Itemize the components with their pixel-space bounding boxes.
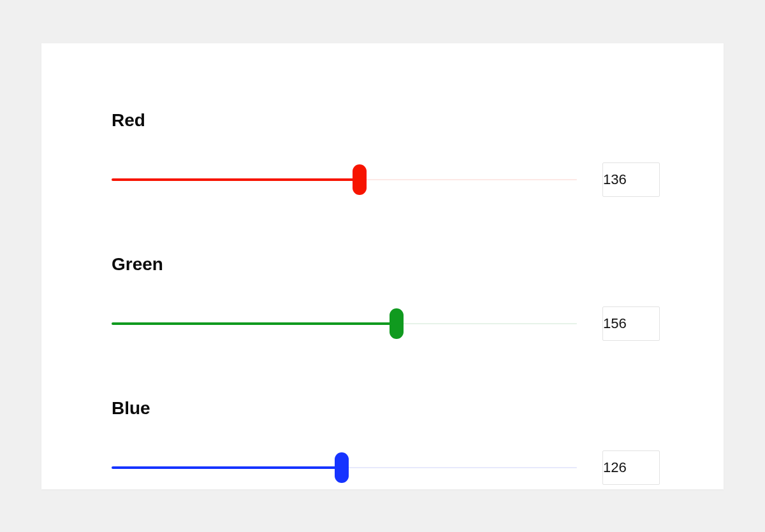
- slider-group-blue: Blue: [112, 398, 660, 485]
- value-input-red[interactable]: [602, 162, 660, 197]
- slider-group-red: Red: [112, 110, 660, 197]
- slider-track-fill: [112, 322, 397, 325]
- slider-red[interactable]: [112, 164, 577, 195]
- slider-label-blue: Blue: [112, 398, 660, 419]
- slider-blue[interactable]: [112, 452, 577, 483]
- value-input-blue[interactable]: [602, 450, 660, 485]
- slider-label-red: Red: [112, 110, 660, 131]
- slider-track-fill: [112, 466, 342, 469]
- slider-thumb[interactable]: [335, 452, 349, 483]
- slider-label-green: Green: [112, 254, 660, 275]
- slider-row-blue: [112, 450, 660, 485]
- slider-green[interactable]: [112, 308, 577, 339]
- color-sliders-card: Red Green Blue: [41, 43, 724, 489]
- slider-thumb[interactable]: [353, 164, 367, 195]
- slider-row-green: [112, 306, 660, 341]
- value-input-green[interactable]: [602, 306, 660, 341]
- slider-thumb[interactable]: [390, 308, 404, 339]
- slider-group-green: Green: [112, 254, 660, 341]
- slider-track-fill: [112, 178, 360, 181]
- slider-row-red: [112, 162, 660, 197]
